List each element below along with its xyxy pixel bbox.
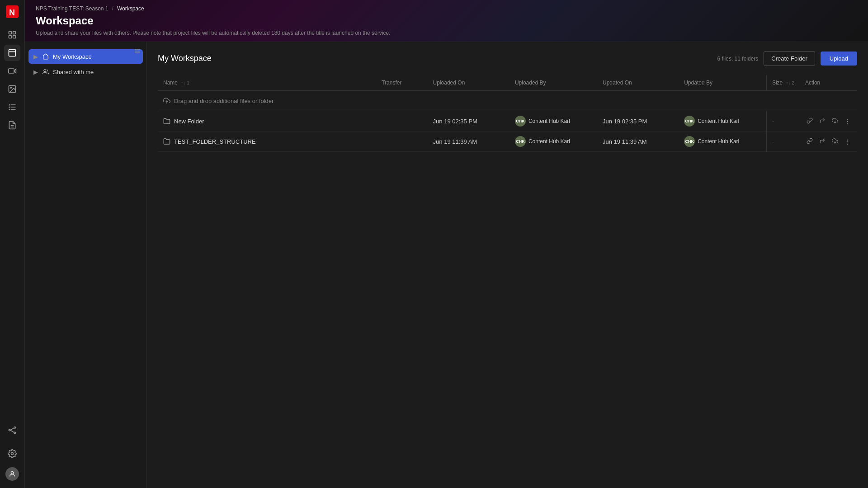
svg-rect-8 (9, 69, 14, 73)
sidebar-arrow-shared: ▶ (33, 69, 38, 75)
breadcrumb-current: Workspace (117, 5, 144, 12)
copy-link-icon-2[interactable] (805, 136, 814, 147)
share-icon-1[interactable] (818, 116, 827, 127)
cell-transfer-2 (376, 131, 427, 152)
svg-point-19 (14, 432, 15, 433)
top-header: NPS Training TEST: Season 1 / Workspace … (25, 0, 868, 42)
user-badge-1: CHK (515, 116, 526, 127)
breadcrumb-parent[interactable]: NPS Training TEST: Season 1 (36, 5, 108, 12)
sort-name-icon: ↑↓ 1 (181, 80, 189, 85)
user-chip-updated-2: CHK Content Hub Karl (684, 136, 761, 147)
svg-point-23 (11, 472, 13, 474)
svg-line-21 (10, 430, 14, 432)
folder-name-2: TEST_FOLDER_STRUCTURE (174, 138, 256, 145)
cell-name-1[interactable]: New Folder (158, 111, 376, 131)
workspace-header: My Workspace 6 files, 11 folders Create … (158, 51, 857, 66)
sidebar-toggle[interactable] (132, 46, 143, 56)
action-icons-1: ⋮ (805, 116, 852, 127)
workspace-title: My Workspace (158, 54, 212, 63)
nav-pipeline-icon[interactable] (4, 422, 20, 438)
nav-video-icon[interactable] (4, 63, 20, 79)
sidebar-label-shared: Shared with me (53, 69, 94, 75)
user-chip-updated-1: CHK Content Hub Karl (684, 116, 761, 127)
sort-size-icon: ↑↓ 2 (786, 80, 794, 85)
user-badge-updated-1: CHK (684, 116, 695, 127)
svg-text:N: N (9, 8, 15, 17)
user-badge-updated-2: CHK (684, 136, 695, 147)
nav-tasks-icon[interactable] (4, 99, 20, 115)
svg-point-18 (14, 427, 15, 428)
file-count: 6 files, 11 folders (717, 56, 759, 62)
table-header-row: Name ↑↓ 1 Transfer Uploaded On Uploaded … (158, 75, 857, 91)
file-table: Name ↑↓ 1 Transfer Uploaded On Uploaded … (158, 75, 857, 152)
svg-rect-6 (9, 50, 16, 56)
col-header-name[interactable]: Name ↑↓ 1 (158, 75, 376, 91)
svg-point-11 (10, 87, 11, 89)
settings-icon[interactable] (4, 446, 20, 462)
netflix-logo[interactable]: N (6, 5, 19, 19)
nav-image-icon[interactable] (4, 81, 20, 97)
page-title: Workspace (36, 14, 857, 27)
col-header-action: Action (800, 75, 857, 91)
col-header-transfer: Transfer (376, 75, 427, 91)
cell-size-2: - (766, 131, 800, 152)
size-value-2: - (772, 138, 774, 145)
cell-updated-on-2: Jun 19 11:39 AM (597, 131, 679, 152)
cell-transfer-1 (376, 111, 427, 131)
folder-name-1: New Folder (174, 118, 204, 125)
svg-point-27 (44, 70, 46, 72)
svg-point-17 (9, 429, 10, 431)
nav-reports-icon[interactable] (4, 117, 20, 133)
workspace-main: My Workspace 6 files, 11 folders Create … (147, 42, 868, 488)
col-header-size[interactable]: Size ↑↓ 2 (766, 75, 800, 91)
cell-uploaded-on-1: Jun 19 02:35 PM (428, 111, 509, 131)
nav-workspace-icon[interactable] (4, 45, 20, 61)
sidebar-item-shared-with-me[interactable]: ▶ Shared with me (28, 65, 143, 79)
shared-icon (42, 68, 49, 75)
user-name-updated-2: Content Hub Karl (698, 138, 739, 145)
main-area: NPS Training TEST: Season 1 / Workspace … (25, 0, 868, 488)
cell-name-2[interactable]: TEST_FOLDER_STRUCTURE (158, 131, 376, 152)
cell-updated-by-1: CHK Content Hub Karl (679, 111, 766, 131)
cell-uploaded-on-2: Jun 19 11:39 AM (428, 131, 509, 152)
more-icon-2[interactable]: ⋮ (843, 137, 852, 146)
user-chip-2: CHK Content Hub Karl (515, 136, 592, 147)
share-icon-2[interactable] (818, 136, 827, 147)
download-icon-2[interactable] (830, 136, 840, 147)
user-chip-1: CHK Content Hub Karl (515, 116, 592, 127)
cell-uploaded-by-1: CHK Content Hub Karl (509, 111, 597, 131)
download-icon-1[interactable] (830, 116, 840, 127)
col-header-uploaded-on[interactable]: Uploaded On (428, 75, 509, 91)
user-avatar[interactable] (5, 467, 19, 481)
copy-link-icon-1[interactable] (805, 116, 814, 127)
icon-rail: N (0, 0, 25, 488)
folder-icon-1 (163, 117, 170, 125)
user-name-1: Content Hub Karl (528, 118, 570, 124)
svg-line-20 (10, 428, 14, 430)
upload-button[interactable]: Upload (821, 52, 857, 66)
drop-zone-text: Drag and drop additional files or folder (174, 98, 274, 104)
workspace-icon (42, 53, 49, 60)
content-area: ▶ My Workspace ▶ (25, 42, 868, 488)
cell-uploaded-by-2: CHK Content Hub Karl (509, 131, 597, 152)
more-icon-1[interactable]: ⋮ (843, 117, 852, 126)
user-name-updated-1: Content Hub Karl (698, 118, 739, 124)
col-header-updated-on[interactable]: Updated On (597, 75, 679, 91)
cell-size-1: - (766, 111, 800, 131)
table-row: New Folder Jun 19 02:35 PM CHK Content H… (158, 111, 857, 131)
table-row: TEST_FOLDER_STRUCTURE Jun 19 11:39 AM CH… (158, 131, 857, 152)
size-value-1: - (772, 118, 774, 125)
cell-action-1: ⋮ (800, 111, 857, 131)
svg-point-22 (11, 453, 14, 455)
svg-rect-5 (13, 36, 16, 38)
page-subtitle: Upload and share your files with others.… (36, 30, 857, 42)
svg-rect-3 (13, 32, 16, 34)
breadcrumb: NPS Training TEST: Season 1 / Workspace (36, 5, 857, 12)
user-name-2: Content Hub Karl (528, 138, 570, 145)
drop-zone-row[interactable]: Drag and drop additional files or folder (158, 91, 857, 111)
sidebar-label-my-workspace: My Workspace (53, 53, 92, 60)
create-folder-button[interactable]: Create Folder (764, 51, 815, 66)
sidebar-item-my-workspace[interactable]: ▶ My Workspace (28, 49, 143, 64)
nav-home-icon[interactable] (4, 27, 20, 43)
col-header-updated-by: Updated By (679, 75, 766, 91)
